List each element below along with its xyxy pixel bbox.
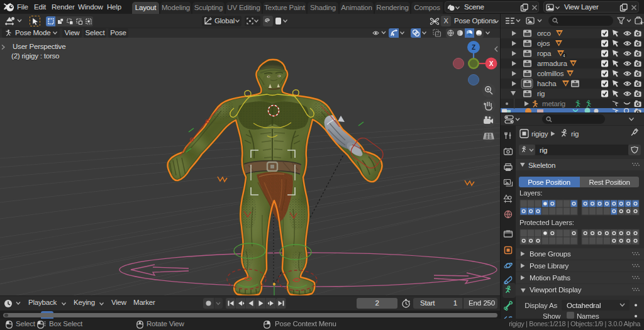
svg-text:rig: rig (537, 90, 545, 97)
svg-text:X: X (489, 60, 494, 67)
svg-text:Octahedral: Octahedral (567, 302, 601, 309)
svg-text:Rest Position: Rest Position (589, 179, 630, 186)
svg-text:Z: Z (472, 44, 475, 51)
svg-text:Motion Paths: Motion Paths (530, 274, 570, 282)
svg-text:Pose Position: Pose Position (528, 179, 570, 186)
svg-text:rigigy: rigigy (531, 130, 548, 138)
svg-text:Names: Names (577, 312, 599, 319)
svg-text:ropa: ropa (537, 50, 552, 57)
svg-text:Protected Layers:: Protected Layers: (519, 219, 574, 226)
svg-text:armadura: armadura (537, 60, 567, 67)
svg-text:Viewport Display: Viewport Display (530, 286, 582, 294)
svg-text:orco: orco (537, 30, 551, 37)
svg-text:hacha: hacha (537, 80, 557, 87)
svg-text:rig: rig (540, 146, 547, 154)
svg-text:Display As: Display As (525, 302, 557, 309)
svg-text:ojos: ojos (537, 40, 550, 47)
svg-text:Show: Show (543, 312, 561, 319)
svg-text:Layers:: Layers: (519, 189, 542, 197)
svg-text:rig: rig (571, 130, 579, 138)
svg-text:Skeleton: Skeleton (528, 162, 555, 169)
svg-text:Bone Groups: Bone Groups (530, 250, 571, 258)
svg-text:metarig: metarig (542, 100, 565, 107)
svg-text:4: 4 (563, 53, 565, 58)
svg-text:Pose Library: Pose Library (530, 262, 569, 270)
svg-text:colmillos: colmillos (537, 70, 564, 77)
